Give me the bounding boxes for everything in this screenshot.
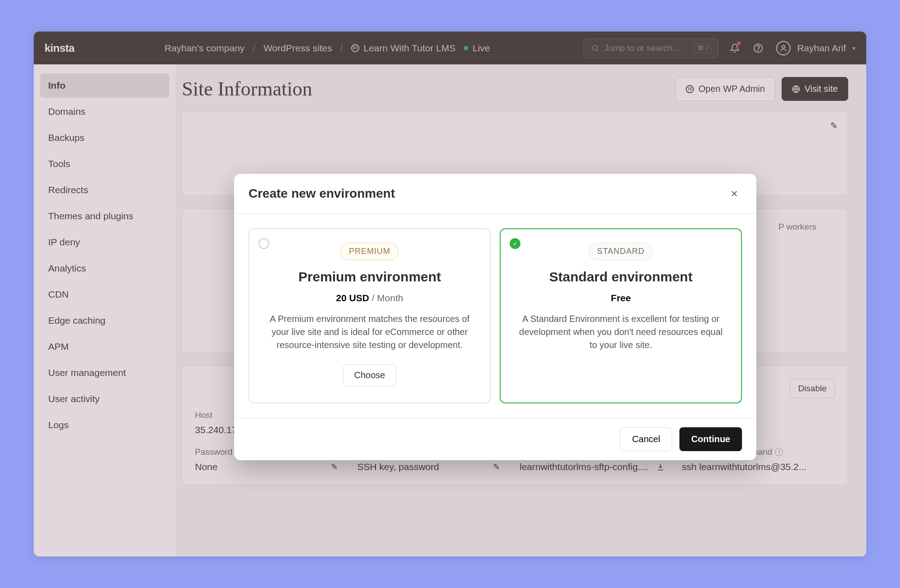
sidebar-item-redirects[interactable]: Redirects bbox=[40, 178, 169, 202]
topbar: kinsta Rayhan's company / WordPress site… bbox=[34, 32, 866, 64]
expiration-value: None ✎ bbox=[195, 461, 348, 472]
standard-price-text: Free bbox=[611, 293, 631, 303]
standard-price: Free bbox=[514, 293, 728, 303]
standard-badge: STANDARD bbox=[588, 243, 653, 260]
user-menu[interactable]: Rayhan Arif ▾ bbox=[776, 41, 855, 55]
premium-price-amount: 20 USD bbox=[336, 293, 369, 303]
breadcrumb-section[interactable]: WordPress sites bbox=[263, 43, 332, 54]
sidebar-item-apm[interactable]: APM bbox=[40, 335, 169, 359]
logo: kinsta bbox=[45, 42, 74, 54]
close-icon bbox=[730, 190, 738, 198]
breadcrumb-site-label: Learn With Tutor LMS bbox=[364, 43, 456, 54]
sidebar-item-user-activity[interactable]: User activity bbox=[40, 387, 169, 411]
radio-selected-icon: ✓ bbox=[510, 238, 520, 249]
sidebar-item-backups[interactable]: Backups bbox=[40, 126, 169, 150]
svg-point-4 bbox=[782, 45, 785, 48]
wordpress-icon: W bbox=[686, 85, 694, 93]
auth-text: SSH key, password bbox=[357, 461, 439, 472]
modal-title: Create new environment bbox=[249, 186, 395, 201]
ssh-value: ssh learnwithtutorlms@35.2... bbox=[682, 461, 836, 472]
standard-environment-option[interactable]: ✓ STANDARD Standard environment Free A S… bbox=[500, 228, 742, 403]
edit-auth-icon[interactable]: ✎ bbox=[493, 462, 511, 472]
search-input[interactable]: Jump to or search... ⌘ / bbox=[583, 38, 719, 58]
svg-point-3 bbox=[758, 50, 759, 50]
download-icon[interactable] bbox=[656, 463, 665, 471]
sidebar-item-cdn[interactable]: CDN bbox=[40, 282, 169, 307]
search-icon bbox=[591, 44, 599, 52]
premium-title: Premium environment bbox=[263, 269, 476, 285]
sidebar-item-logs[interactable]: Logs bbox=[40, 413, 169, 437]
search-shortcut: ⌘ / bbox=[694, 43, 711, 53]
premium-environment-option[interactable]: PREMIUM Premium environment 20 USD / Mon… bbox=[249, 228, 491, 403]
page-title: Site Information bbox=[182, 77, 312, 100]
environment-status-label: Live bbox=[473, 43, 490, 54]
help-icon bbox=[753, 43, 763, 53]
breadcrumb-separator: / bbox=[340, 43, 343, 54]
open-wp-admin-button[interactable]: W Open WP Admin bbox=[675, 77, 775, 101]
notifications-button[interactable] bbox=[729, 43, 740, 54]
modal-close-button[interactable] bbox=[727, 188, 742, 199]
create-environment-modal: Create new environment PREMIUM Premium e… bbox=[234, 174, 756, 460]
standard-description: A Standard Environment is excellent for … bbox=[514, 312, 728, 352]
breadcrumb-company[interactable]: Rayhan's company bbox=[164, 43, 244, 54]
disable-button[interactable]: Disable bbox=[790, 379, 835, 398]
cancel-button[interactable]: Cancel bbox=[620, 427, 672, 451]
visit-site-label: Visit site bbox=[805, 84, 838, 94]
sidebar-item-domains[interactable]: Domains bbox=[40, 100, 169, 124]
sidebar-item-themes-plugins[interactable]: Themes and plugins bbox=[40, 204, 169, 228]
premium-price: 20 USD / Month bbox=[263, 293, 476, 303]
sidebar-item-user-management[interactable]: User management bbox=[40, 361, 169, 385]
info-icon[interactable]: ? bbox=[775, 448, 783, 456]
sidebar-item-ip-deny[interactable]: IP deny bbox=[40, 230, 169, 254]
continue-button[interactable]: Continue bbox=[679, 427, 742, 451]
search-placeholder: Jump to or search... bbox=[604, 43, 679, 53]
help-button[interactable] bbox=[753, 43, 764, 54]
edit-expiration-icon[interactable]: ✎ bbox=[331, 462, 348, 472]
open-wp-admin-label: Open WP Admin bbox=[698, 84, 764, 94]
breadcrumb: Rayhan's company / WordPress sites / W L… bbox=[164, 43, 583, 54]
live-dot-icon bbox=[464, 46, 468, 50]
user-name: Rayhan Arif bbox=[797, 43, 846, 54]
sidebar-item-analytics[interactable]: Analytics bbox=[40, 256, 169, 280]
wordpress-icon: W bbox=[351, 44, 359, 52]
environment-status: Live bbox=[464, 43, 490, 54]
ftp-value: learnwithtutorlms-sftp-config.... bbox=[520, 461, 673, 472]
sidebar-item-edge-caching[interactable]: Edge caching bbox=[40, 308, 169, 333]
php-workers-label: P workers bbox=[778, 222, 816, 232]
svg-line-1 bbox=[597, 50, 598, 51]
notification-dot-icon bbox=[737, 41, 741, 45]
edit-icon[interactable]: ✎ bbox=[830, 120, 838, 131]
ftp-text: learnwithtutorlms-sftp-config.... bbox=[520, 461, 648, 472]
avatar-icon bbox=[776, 41, 791, 55]
standard-title: Standard environment bbox=[514, 269, 728, 285]
globe-icon bbox=[792, 85, 800, 93]
expiration-text: None bbox=[195, 461, 217, 472]
premium-badge: PREMIUM bbox=[340, 243, 399, 260]
breadcrumb-site[interactable]: W Learn With Tutor LMS bbox=[351, 43, 456, 54]
sidebar-item-info[interactable]: Info bbox=[40, 73, 169, 98]
sidebar: Info Domains Backups Tools Redirects The… bbox=[34, 64, 176, 556]
auth-value: SSH key, password ✎ bbox=[357, 461, 511, 472]
premium-price-suffix: / Month bbox=[372, 293, 403, 303]
breadcrumb-separator: / bbox=[253, 43, 255, 54]
chevron-down-icon: ▾ bbox=[852, 45, 855, 52]
radio-unselected-icon bbox=[258, 238, 269, 249]
visit-site-button[interactable]: Visit site bbox=[782, 77, 848, 101]
sidebar-item-tools[interactable]: Tools bbox=[40, 152, 169, 176]
choose-premium-button[interactable]: Choose bbox=[343, 364, 397, 386]
svg-point-0 bbox=[592, 45, 597, 50]
premium-description: A Premium environment matches the resour… bbox=[263, 312, 476, 352]
